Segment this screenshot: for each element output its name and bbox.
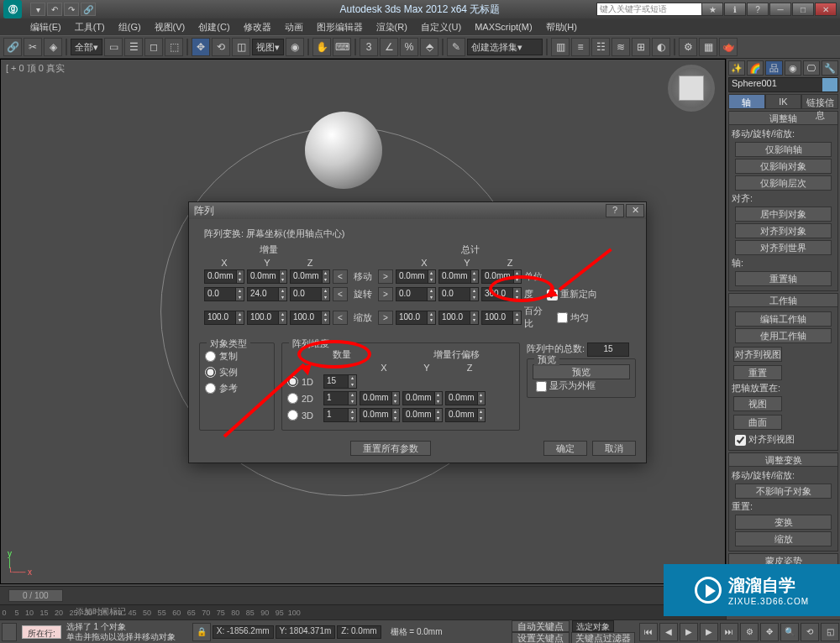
maximize-button[interactable]: □	[792, 3, 814, 16]
dim-2d-radio[interactable]	[287, 393, 298, 404]
menu-customize[interactable]: 自定义(U)	[416, 19, 466, 35]
affect-object-button[interactable]: 仅影响对象	[735, 159, 832, 174]
manip-icon[interactable]: ✋	[312, 38, 331, 56]
uniform-cb[interactable]	[557, 312, 568, 323]
autokey-button[interactable]: 自动关键点	[512, 620, 570, 632]
rot-inc-x[interactable]: 0.0▴▾	[204, 287, 244, 301]
place-surface-button[interactable]: 曲面	[733, 415, 782, 430]
select-region-icon[interactable]: ◻	[144, 38, 163, 56]
percent-snap-icon[interactable]: %	[400, 38, 418, 56]
reset-pivot-button[interactable]: 重置轴	[735, 271, 832, 286]
render-icon[interactable]: 🫖	[719, 38, 738, 56]
help-star-icon[interactable]: ★	[701, 3, 723, 16]
object-color-swatch[interactable]	[822, 78, 837, 91]
nav-max-icon[interactable]: ◱	[821, 623, 839, 641]
undo-button[interactable]: ↶	[47, 3, 62, 16]
rot-tot-z[interactable]: 360.0▴▾	[481, 287, 522, 301]
dim-2d-z[interactable]: 0.0mm▴▾	[445, 391, 486, 405]
preview-button[interactable]: 预览	[533, 364, 630, 379]
play-prev-icon[interactable]: ◀	[659, 623, 678, 641]
play-end-icon[interactable]: ⏭	[720, 623, 738, 641]
align-view-button[interactable]: 对齐到视图	[733, 347, 782, 362]
align-to-world-button[interactable]: 对齐到世界	[735, 240, 832, 255]
scene-sphere[interactable]	[305, 112, 382, 189]
rendered-frame-icon[interactable]: ▦	[699, 38, 717, 56]
dialog-close-button[interactable]: ✕	[626, 204, 644, 217]
layers-icon[interactable]: ☷	[591, 38, 610, 56]
window-cross-icon[interactable]: ⬚	[165, 38, 183, 56]
tab-create-icon[interactable]: ✨	[728, 60, 745, 76]
move-tot-y[interactable]: 0.0mm▴▾	[438, 269, 479, 284]
menu-animation[interactable]: 动画	[280, 19, 308, 35]
scl-inc-z[interactable]: 100.0▴▾	[290, 311, 330, 325]
coord-z[interactable]: Z: 0.0mm	[337, 625, 381, 639]
dont-affect-children-button[interactable]: 不影响子对象	[735, 484, 832, 499]
menu-help[interactable]: 帮助(H)	[541, 19, 582, 35]
scl-tot-y[interactable]: 100.0▴▾	[438, 311, 479, 325]
instance-radio[interactable]	[205, 367, 216, 378]
dim-2d-count[interactable]: 1▴▾	[323, 391, 357, 405]
dim-3d-x[interactable]: 0.0mm▴▾	[360, 408, 400, 422]
coord-x[interactable]: X: -1856.2mm	[213, 625, 274, 639]
move-inc-x[interactable]: 0.0mm▴▾	[204, 269, 244, 284]
scl-right-icon[interactable]: >	[378, 311, 393, 325]
select-object-icon[interactable]: ▭	[104, 38, 123, 56]
menu-render[interactable]: 渲染(R)	[371, 19, 412, 35]
align-to-object-button[interactable]: 对齐到对象	[735, 223, 832, 238]
select-name-icon[interactable]: ☰	[124, 38, 143, 56]
coord-y[interactable]: Y: 1804.371m	[276, 625, 336, 639]
setkey-button[interactable]: 设置关键点	[512, 632, 570, 644]
reset-all-button[interactable]: 重置所有参数	[350, 441, 431, 456]
nav-orbit-icon[interactable]: ⟲	[801, 623, 819, 641]
play-icon[interactable]: ▶	[680, 623, 698, 641]
menu-edit[interactable]: 编辑(E)	[25, 19, 66, 35]
edit-working-pivot-button[interactable]: 编辑工作轴	[735, 311, 832, 327]
spinner-snap-icon[interactable]: ⬘	[420, 38, 438, 56]
mini-listener-icon[interactable]	[2, 623, 17, 641]
angle-snap-icon[interactable]: ∠	[380, 38, 398, 56]
mirror-icon[interactable]: ▥	[551, 38, 570, 56]
tab-utilities-icon[interactable]: 🔧	[822, 60, 838, 76]
lock-icon[interactable]: 🔒	[192, 623, 211, 641]
reset-wp-button[interactable]: 重置	[733, 365, 782, 380]
reference-radio[interactable]	[205, 383, 216, 394]
reset-transform-button[interactable]: 变换	[735, 515, 832, 530]
time-slider[interactable]: 0 / 100	[0, 586, 726, 604]
bind-icon[interactable]: ◈	[44, 38, 62, 56]
unlink-icon[interactable]: ✂	[24, 38, 42, 56]
use-working-pivot-button[interactable]: 使用工作轴	[735, 328, 832, 343]
tab-hierarchy-icon[interactable]: 品	[765, 60, 782, 76]
move-left-icon[interactable]: <	[333, 269, 348, 284]
rot-right-icon[interactable]: >	[378, 287, 393, 301]
menu-graph[interactable]: 图形编辑器	[312, 19, 368, 35]
reorient-cb[interactable]	[547, 290, 558, 301]
scl-tot-z[interactable]: 100.0▴▾	[481, 311, 522, 325]
move-icon[interactable]: ✥	[192, 38, 210, 56]
dim-3d-y[interactable]: 0.0mm▴▾	[402, 408, 443, 422]
dim-3d-radio[interactable]	[287, 410, 298, 421]
center-to-object-button[interactable]: 居中到对象	[735, 206, 832, 222]
scl-inc-y[interactable]: 100.0▴▾	[247, 311, 287, 325]
dialog-titlebar[interactable]: 阵列 ?✕	[189, 202, 646, 219]
affect-hierarchy-button[interactable]: 仅影响层次	[735, 175, 832, 191]
snap-icon[interactable]: 3	[360, 38, 378, 56]
place-view-button[interactable]: 视图	[733, 396, 782, 411]
keyfilters-button[interactable]: 关键点过滤器	[571, 632, 635, 644]
menu-maxscript[interactable]: MAXScript(M)	[470, 20, 537, 34]
qat-button[interactable]: ▾	[30, 3, 45, 16]
viewport-label[interactable]: [ + 0 顶 0 真实	[6, 62, 65, 75]
search-input[interactable]: 键入关键字或短语	[596, 3, 714, 16]
move-right-icon[interactable]: >	[378, 269, 393, 284]
keymode-icon[interactable]: ⌨	[333, 38, 351, 56]
rot-tot-y[interactable]: 0.0▴▾	[438, 287, 479, 301]
play-next-icon[interactable]: ▶	[700, 623, 718, 641]
curve-editor-icon[interactable]: ≋	[612, 38, 630, 56]
ok-button[interactable]: 确定	[543, 441, 587, 456]
render-setup-icon[interactable]: ⚙	[679, 38, 697, 56]
editnamed-icon[interactable]: ✎	[447, 38, 465, 56]
redo-button[interactable]: ↷	[64, 3, 79, 16]
track-label[interactable]: 所在行:	[22, 625, 61, 639]
subtab-ik[interactable]: IK	[765, 94, 802, 109]
affect-pivot-button[interactable]: 仅影响轴	[735, 142, 832, 157]
dim-3d-count[interactable]: 1▴▾	[323, 408, 357, 422]
